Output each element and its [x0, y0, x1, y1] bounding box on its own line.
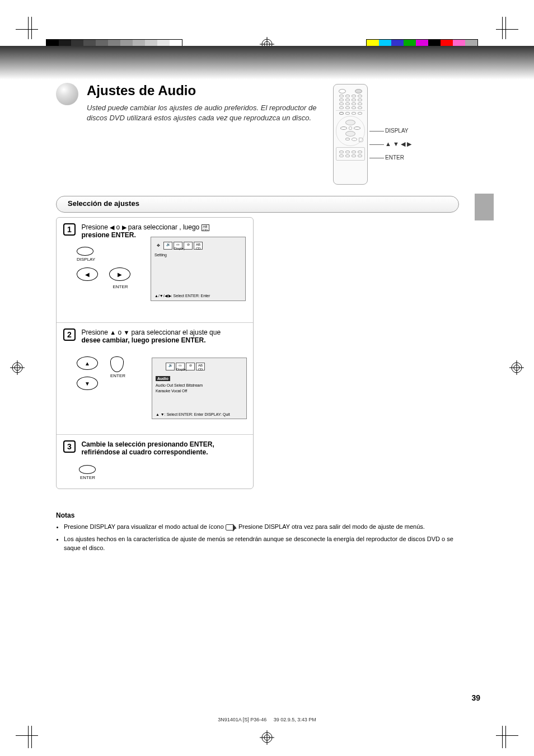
up-arrow-button[interactable]: ▲	[77, 356, 98, 370]
section-header-pill: Selección de ajustes	[56, 196, 459, 213]
page-number: 39	[471, 693, 480, 702]
osd-option: Karaoke Vocal Off	[156, 388, 243, 393]
enter-button[interactable]	[110, 356, 124, 372]
osd-icon-display: ▭Display	[176, 363, 185, 370]
down-arrow-button[interactable]: ▼	[77, 377, 98, 390]
osd-option: Audio Out Select Bitstream	[156, 383, 243, 388]
enter-button[interactable]	[79, 465, 96, 474]
registration-target-icon	[10, 360, 25, 375]
crop-mark-icon	[16, 726, 38, 748]
notes-heading: Notas	[56, 511, 74, 519]
callout-enter: ENTER	[385, 154, 404, 161]
note-item: Los ajustes hechos en la característica …	[64, 535, 470, 553]
speaker-icon	[226, 524, 233, 530]
up-arrow-icon: ▲	[110, 329, 116, 336]
header-gradient	[0, 46, 534, 79]
page-title: Ajustes de Audio	[87, 83, 196, 98]
callout-arrows: ▲ ▼ ◀ ▶	[385, 140, 411, 148]
registration-target-icon	[260, 730, 274, 745]
step-text: Cambie la selección presionando ENTER, r…	[81, 440, 214, 456]
step-number: 1	[63, 223, 76, 236]
button-label: ENTER	[110, 284, 130, 289]
step-text: Presione ▲ o ▼ para seleccionar el ajust…	[81, 328, 221, 344]
section-tab-label: Ajustes de funciones	[507, 143, 512, 194]
osd-icon-audio: 🔊	[163, 242, 172, 250]
move-icon: ✥	[154, 242, 162, 250]
button-label: ENTER	[110, 373, 125, 378]
crop-mark-icon	[496, 17, 518, 39]
step-1: 1 Presione ◀ o ▶ para seleccionar , lueg…	[57, 218, 253, 323]
right-arrow-icon: ▶	[122, 224, 127, 231]
notes-list: Presione DISPLAY para visualizar el modo…	[56, 523, 470, 556]
mini-osd-step1: ✥ 🔊 ▭Display ⊘ AB CD Setting ▲/▼/◀/▶: Se…	[151, 237, 246, 301]
osd-setting-label: Setting	[154, 253, 242, 257]
osd-icon-audio: 🔊	[166, 363, 175, 370]
osd-icon-parental: ⊘	[186, 363, 195, 370]
section-tab	[475, 194, 494, 220]
button-label: ENTER	[80, 475, 246, 480]
step-3: 3 Cambie la selección presionando ENTER,…	[57, 435, 253, 489]
print-registration-bottom	[0, 715, 534, 748]
callout-display: DISPLAY	[385, 128, 409, 134]
osd-icon-display: ▭Display	[174, 242, 182, 250]
print-registration-top	[0, 17, 534, 50]
left-arrow-icon: ◀	[110, 224, 114, 231]
note-item: Presione DISPLAY para visualizar el modo…	[64, 523, 470, 532]
left-arrow-button[interactable]: ◀	[77, 267, 98, 281]
osd-icon-parental: ⊘	[184, 242, 193, 250]
osd-footer: ▲/▼/◀/▶: Select ENTER: Enter	[154, 294, 210, 298]
bullet-sphere-icon	[56, 83, 78, 105]
remote-control-illustration	[333, 84, 368, 185]
step-2: 2 Presione ▲ o ▼ para seleccionar el aju…	[57, 323, 253, 435]
button-label: DISPLAY	[77, 257, 95, 262]
steps-card: 1 Presione ◀ o ▶ para seleccionar , lueg…	[56, 217, 254, 489]
crop-mark-icon	[16, 17, 38, 39]
osd-icon-lang: AB CD	[194, 242, 203, 250]
osd-icon-lang: AB CD	[196, 363, 205, 370]
osd-footer: ▲ ▼: Select ENTER: Enter DISPLAY: Quit	[156, 412, 230, 416]
display-button[interactable]	[77, 247, 93, 256]
right-arrow-button[interactable]: ▶	[109, 267, 130, 281]
crop-mark-icon	[496, 726, 518, 748]
down-arrow-icon: ▼	[123, 329, 129, 336]
mini-osd-step2: 🔊 ▭Display ⊘ AB CD Audio Audio Out Selec…	[152, 358, 247, 419]
step-number: 3	[63, 440, 76, 453]
page-subtitle: Usted puede cambiar los ajustes de audio…	[87, 103, 322, 123]
registration-target-icon	[509, 360, 524, 375]
step-number: 2	[63, 328, 76, 341]
osd-highlight: Audio	[156, 376, 170, 381]
